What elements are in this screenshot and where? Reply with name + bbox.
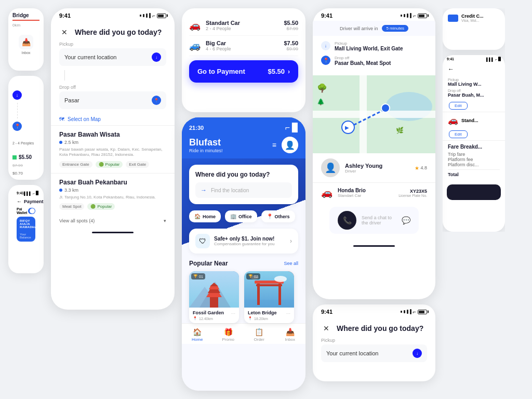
search-input-field[interactable]: → Find the location bbox=[195, 182, 292, 198]
svg-marker-4 bbox=[206, 293, 222, 297]
edit-button-2[interactable]: Edit bbox=[449, 130, 468, 138]
right-partial-fare: 9:41 ▌▌▌⌐▉ ← Pickup Mall Living W... Dro… bbox=[443, 55, 505, 232]
dropoff-route-value: Pasar Buah, Meat Spot bbox=[335, 60, 391, 66]
popular-card-1[interactable]: 🏆 01 Fossil Garden ··· 📍 12.40km bbox=[189, 271, 239, 323]
user-avatar[interactable]: 👤 bbox=[282, 137, 298, 153]
office-label: Office bbox=[238, 214, 252, 219]
chat-row[interactable]: 📞 Send a chat to the driver 💬 bbox=[329, 207, 419, 234]
quick-locations: 🏠 Home 🏢 Office 📍 Others bbox=[182, 210, 305, 222]
svg-text:🌿: 🌿 bbox=[396, 126, 404, 134]
cc-details: Credit C... Visa, Mst... bbox=[461, 14, 484, 22]
location-result-2[interactable]: Pasar Buah Pekanbaru 3.3 km Jl. Tanjung … bbox=[51, 173, 175, 215]
blufast-brand-info: Blufast Ride in minutes! bbox=[189, 137, 223, 153]
col1-partial-screens: Bridge 0km 📥 Inbox ↓ 📍 bbox=[8, 8, 44, 273]
edit-button[interactable]: Edit bbox=[449, 102, 468, 110]
dark-action-button[interactable] bbox=[447, 184, 501, 200]
back-arrow-fare[interactable]: ← bbox=[448, 65, 454, 73]
car-item-1[interactable]: 🚗 Standart Car 2 - 4 People $5.50 $7.99 bbox=[189, 16, 298, 36]
card2-name: Leton Bridge bbox=[248, 310, 277, 315]
call-button[interactable]: 📞 bbox=[338, 211, 356, 230]
card-holder-name: RIFQY AULIA RAMADHAN bbox=[20, 219, 32, 229]
nav-order[interactable]: 📋 Order bbox=[244, 328, 275, 342]
popular-card-2[interactable]: 🏆 02 Leton Bridge ··· 📍 18.20km bbox=[244, 271, 294, 323]
home-icon: 🏠 bbox=[194, 214, 201, 219]
time-map: 9:41 bbox=[321, 12, 332, 19]
cc-sub: Visa, Mst... bbox=[461, 19, 484, 22]
svg-marker-6 bbox=[209, 286, 219, 289]
right-partial-top: Credit C... Visa, Mst... bbox=[443, 8, 505, 50]
select-map-button[interactable]: 🗺 Select on Map bbox=[51, 113, 175, 125]
pickup-field-bottom[interactable]: Your current location ↓ bbox=[321, 344, 427, 362]
rating-value: 4.8 bbox=[420, 165, 427, 170]
blufast-status-icons: ⌐ ▉ bbox=[285, 123, 298, 132]
dropoff-field[interactable]: Pasar 📍 bbox=[59, 91, 166, 109]
car-icon-2: 🚙 bbox=[189, 40, 201, 51]
map-view[interactable]: 🌳 🌲 🌿 ▶ bbox=[313, 75, 435, 153]
location-search-phone: 9:41 ⌐ ✕ Where did you go today? Pickup … bbox=[51, 8, 175, 310]
card2-dots-icon[interactable]: ··· bbox=[286, 311, 290, 316]
plate-section: XY23X5 License Plate No. bbox=[398, 189, 427, 197]
chat-bubble-icon[interactable]: 💬 bbox=[402, 216, 410, 224]
quick-office-button[interactable]: 🏢 Office bbox=[225, 210, 257, 222]
location-result-1[interactable]: Pasar Bawah Wisata 2.5 km Pasar bawah pa… bbox=[51, 125, 175, 173]
car-label-right: Stand... bbox=[461, 118, 478, 123]
close-button-bottom[interactable]: ✕ bbox=[321, 323, 331, 334]
car-icon-1: 🚗 bbox=[189, 20, 201, 31]
pickup-dot-icon: ↓ bbox=[321, 41, 330, 50]
fare-breakdown-title: Fare Breakd... bbox=[448, 144, 500, 150]
pickup-label-right: Pickup bbox=[448, 78, 500, 82]
quick-home-button[interactable]: 🏠 Home bbox=[189, 210, 221, 222]
car-plate: XY23X5 bbox=[398, 189, 427, 194]
pickup-arrow-icon: ↓ bbox=[152, 52, 161, 62]
price-neg: - $2.49 bbox=[12, 179, 39, 180]
close-button[interactable]: ✕ bbox=[59, 27, 70, 37]
car-item-2[interactable]: 🚙 Big Car 4 - 6 People $7.50 $9.99 bbox=[189, 36, 298, 56]
see-all-button[interactable]: See all bbox=[284, 261, 298, 266]
nav-promo[interactable]: 🎁 Promo bbox=[213, 328, 244, 342]
svg-rect-3 bbox=[210, 297, 218, 308]
inbox-label: Inbox bbox=[21, 51, 30, 55]
tag-exit[interactable]: Exit Gate bbox=[126, 161, 149, 168]
battery-icon-map bbox=[418, 14, 427, 18]
view-all-button[interactable]: View all spots (4) ▾ bbox=[51, 215, 175, 227]
promo-content: 🛡 Safe+ only $1. Join now! Compensation … bbox=[195, 234, 275, 248]
pickup-field[interactable]: Your current location ↓ bbox=[59, 48, 166, 66]
tag-entrance[interactable]: Entrance Gate bbox=[59, 161, 92, 168]
divider bbox=[64, 70, 65, 81]
tag-meat[interactable]: Meat Spot bbox=[59, 203, 84, 210]
back-arrow-icon[interactable]: ← bbox=[17, 198, 22, 204]
cc-label: Credit C... bbox=[461, 14, 484, 19]
nav-home[interactable]: 🏠 Home bbox=[182, 328, 213, 342]
car-selection-panel: 🚗 Standart Car 2 - 4 People $5.50 $7.99 … bbox=[182, 8, 305, 112]
trip-fare-label: Trip fare bbox=[448, 152, 465, 157]
badge-2: 🏆 02 bbox=[246, 273, 260, 280]
popular-title: Popular Near bbox=[189, 260, 228, 267]
pin-icon-card2: 📍 bbox=[248, 316, 252, 321]
search-arrow-icon: → bbox=[201, 187, 207, 194]
go-to-payment-button[interactable]: Go to Payment $5.50 › bbox=[189, 60, 298, 83]
status-bar-bottom: 9:41 ⌐ bbox=[313, 304, 435, 317]
credit-card-chip bbox=[448, 15, 458, 22]
map-phone: 9:41 ⌐ Driver will arrive in 5 minutes bbox=[313, 8, 435, 299]
promo-banner[interactable]: 🛡 Safe+ only $1. Join now! Compensation … bbox=[189, 229, 298, 254]
nav-inbox[interactable]: 📥 Inbox bbox=[275, 328, 306, 342]
chat-input[interactable]: Send a chat to the driver bbox=[362, 215, 396, 225]
search-box[interactable]: Where did you go today? → Find the locat… bbox=[189, 165, 298, 204]
car1-prices: $5.50 $7.99 bbox=[284, 20, 298, 31]
inbox-icon[interactable]: 📥 bbox=[19, 35, 33, 49]
card1-dots-icon[interactable]: ··· bbox=[231, 311, 235, 316]
wallet-toggle[interactable] bbox=[28, 208, 35, 214]
battery-icon bbox=[157, 14, 166, 18]
quick-others-button[interactable]: 📍 Others bbox=[261, 210, 295, 222]
menu-icon[interactable]: ≡ bbox=[272, 141, 276, 149]
svg-text:🌲: 🌲 bbox=[317, 98, 325, 105]
svg-text:▶: ▶ bbox=[345, 125, 349, 130]
dropoff-group: Drop off Pasar 📍 bbox=[51, 85, 175, 109]
blufast-phone: 21:30 ⌐ ▉ Blufast Ride in minutes! ≡ bbox=[182, 117, 305, 391]
car2-name: Big Car bbox=[206, 40, 278, 46]
pickup-arrow-icon-bottom: ↓ bbox=[413, 349, 422, 358]
nav-home-label: Home bbox=[192, 337, 203, 342]
card1-name: Fossil Garden bbox=[193, 310, 224, 315]
location-header: ✕ Where did you go today? bbox=[51, 21, 175, 42]
pickup-route-row: ↓ Pickup Mall Living World, Exit Gate bbox=[321, 41, 427, 51]
